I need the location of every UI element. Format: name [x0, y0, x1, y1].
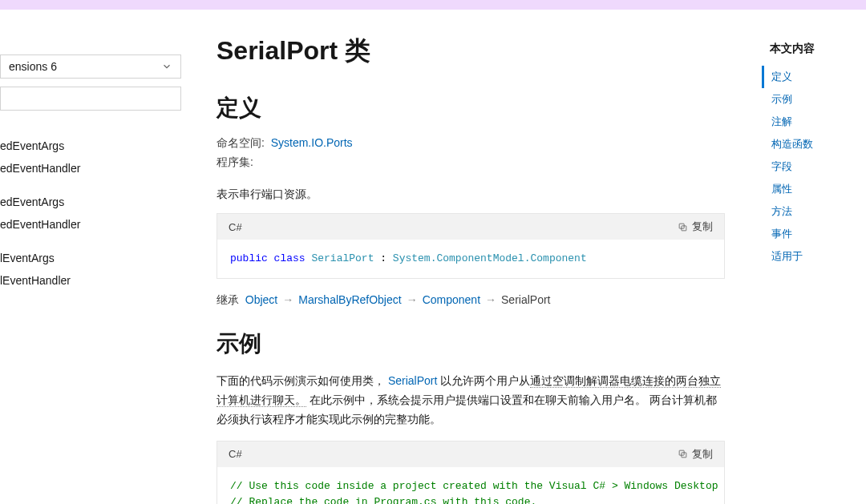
toc-item[interactable]: 适用于	[762, 245, 858, 268]
notice-banner	[0, 0, 866, 10]
copy-icon	[678, 222, 688, 232]
arrow-icon: →	[485, 293, 496, 306]
toc-item[interactable]: 属性	[762, 178, 858, 200]
example-paragraph: 下面的代码示例演示如何使用类， SerialPort 以允许两个用户从通过空调制…	[216, 372, 725, 429]
sidebar-item[interactable]: edEventHandler	[0, 213, 181, 236]
main-content: SerialPort 类 定义 命名空间: System.IO.Ports 程序…	[188, 10, 754, 504]
code-lang-label: C#	[229, 221, 242, 233]
version-selector[interactable]: ensions 6	[0, 54, 181, 79]
summary-text: 表示串行端口资源。	[216, 187, 725, 202]
code-body: public class SerialPort : System.Compone…	[217, 240, 724, 278]
code-body: // Use this code inside a project create…	[217, 467, 724, 504]
copy-button[interactable]: 复制	[678, 447, 713, 462]
page-title: SerialPort 类	[216, 34, 725, 69]
page-layout: ensions 6 edEventArgsedEventHandleredEve…	[0, 10, 866, 504]
code-header: C# 复制	[217, 214, 724, 240]
code-lang-label: C#	[229, 448, 242, 460]
version-label: ensions 6	[9, 60, 57, 73]
heading-example: 示例	[216, 329, 725, 359]
code-header: C# 复制	[217, 442, 724, 467]
sidebar-item[interactable]: lEventHandler	[0, 269, 181, 292]
sidebar-search-input[interactable]	[0, 87, 181, 111]
inheritance-chain: 继承 Object→MarshalByRefObject→Component→S…	[216, 293, 725, 308]
namespace-link[interactable]: System.IO.Ports	[271, 136, 353, 149]
serialport-link[interactable]: SerialPort	[388, 374, 437, 387]
sidebar-item[interactable]: edEventArgs	[0, 135, 181, 157]
code-block-signature: C# 复制 public class SerialPort : System.C…	[216, 213, 725, 279]
toc-title: 本文内容	[762, 42, 858, 56]
chevron-down-icon	[161, 61, 172, 72]
namespace-row: 命名空间: System.IO.Ports	[216, 136, 725, 151]
sidebar-item[interactable]: edEventArgs	[0, 191, 181, 213]
table-of-contents: 本文内容 定义示例注解构造函数字段属性方法事件适用于	[754, 10, 866, 504]
copy-button[interactable]: 复制	[678, 220, 713, 234]
inherit-link[interactable]: MarshalByRefObject	[298, 293, 401, 306]
assembly-row: 程序集:	[216, 155, 725, 170]
copy-label: 复制	[692, 220, 713, 234]
namespace-label: 命名空间:	[216, 136, 265, 149]
copy-label: 复制	[692, 447, 713, 462]
inherit-label: 继承	[216, 293, 239, 306]
sidebar-item[interactable]: lEventArgs	[0, 247, 181, 269]
code-block-example: C# 复制 // Use this code inside a project …	[216, 441, 725, 504]
inherit-link[interactable]: Component	[423, 293, 480, 306]
toc-item[interactable]: 构造函数	[762, 133, 858, 155]
toc-item[interactable]: 示例	[762, 88, 858, 111]
toc-item[interactable]: 定义	[762, 66, 858, 88]
toc-item[interactable]: 事件	[762, 223, 858, 245]
toc-item[interactable]: 字段	[762, 155, 858, 178]
toc-item[interactable]: 方法	[762, 200, 858, 223]
arrow-icon: →	[407, 293, 418, 306]
copy-icon	[678, 449, 688, 459]
sidebar-item[interactable]: edEventHandler	[0, 157, 181, 179]
inherit-final: SerialPort	[501, 293, 550, 306]
inherit-link[interactable]: Object	[245, 293, 277, 306]
sidebar: ensions 6 edEventArgsedEventHandleredEve…	[0, 10, 188, 504]
heading-definition: 定义	[216, 93, 725, 123]
arrow-icon: →	[282, 293, 293, 306]
toc-item[interactable]: 注解	[762, 111, 858, 133]
